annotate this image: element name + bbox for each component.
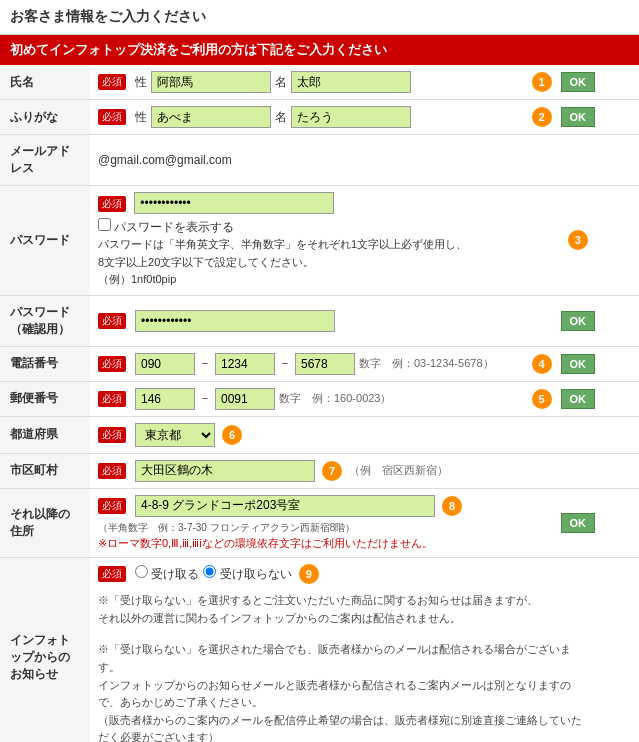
newsletter-required: 必須 xyxy=(98,566,126,582)
email-label: メールアドレス xyxy=(0,135,90,186)
name-ok-button[interactable]: OK xyxy=(561,72,596,92)
name-mei-input[interactable] xyxy=(291,71,411,93)
password-confirm-required: 必須 xyxy=(98,313,126,329)
password-label: パスワード xyxy=(0,186,90,296)
address-ok-button[interactable]: OK xyxy=(561,513,596,533)
newsletter-note4: インフォトップからのお知らせメールと販売者様から配信されるご案内メールは別となり… xyxy=(98,679,571,709)
address-note1: （半角数字 例：3-7-30 フロンティアクラン西新宿8階） xyxy=(98,522,355,533)
step-4: 4 xyxy=(532,354,552,374)
name-label: 氏名 xyxy=(0,65,90,100)
name-sei-label: 性 xyxy=(135,74,147,91)
step-3: 3 xyxy=(568,230,588,250)
email-value: @gmail.com@gmail.com xyxy=(98,153,232,167)
furigana-required: 必須 xyxy=(98,109,126,125)
newsletter-opt1-radio[interactable] xyxy=(135,565,148,578)
postal-hint: 数字 例：160-0023） xyxy=(279,391,392,406)
show-password-label[interactable]: パスワードを表示する xyxy=(98,220,234,234)
step-7: 7 xyxy=(322,461,342,481)
newsletter-opt2-label[interactable]: 受け取らない xyxy=(203,565,291,583)
phone-part3-input[interactable] xyxy=(295,353,355,375)
newsletter-note2: それ以外の運営に関わるインフォトップからのご案内は配信されません。 xyxy=(98,612,461,624)
step-5: 5 xyxy=(532,389,552,409)
section-header: 初めてインフォトップ決済をご利用の方は下記をご入力ください xyxy=(0,35,639,65)
name-sei-input[interactable] xyxy=(151,71,271,93)
furigana-mei-label: 名 xyxy=(275,109,287,126)
phone-part1-input[interactable] xyxy=(135,353,195,375)
postal-ok-button[interactable]: OK xyxy=(561,389,596,409)
furigana-sei-input[interactable] xyxy=(151,106,271,128)
furigana-label: ふりがな xyxy=(0,100,90,135)
newsletter-note1: ※「受け取らない」を選択するとご注文いただいた商品に関するお知らせは届きますが、 xyxy=(98,594,538,606)
prefecture-required: 必須 xyxy=(98,427,126,443)
postal-label: 郵便番号 xyxy=(0,381,90,416)
step-2: 2 xyxy=(532,107,552,127)
password-confirm-label: パスワード（確認用） xyxy=(0,295,90,346)
phone-required: 必須 xyxy=(98,356,126,372)
furigana-ok-button[interactable]: OK xyxy=(561,107,596,127)
show-password-checkbox[interactable] xyxy=(98,218,111,231)
address-required: 必須 xyxy=(98,498,126,514)
prefecture-label: 都道府県 xyxy=(0,416,90,453)
page-header: お客さま情報をご入力ください xyxy=(0,0,639,35)
city-label: 市区町村 xyxy=(0,453,90,488)
step-6: 6 xyxy=(222,425,242,445)
furigana-sei-label: 性 xyxy=(135,109,147,126)
city-hint: （例 宿区西新宿） xyxy=(349,463,448,478)
prefecture-select[interactable]: 東京都 北海道 大阪府 愛知県 神奈川県 xyxy=(135,423,215,447)
step-1: 1 xyxy=(532,72,552,92)
newsletter-label: インフォトップからのお知らせ xyxy=(0,558,90,742)
newsletter-opt1-label[interactable]: 受け取る xyxy=(135,565,199,583)
password-confirm-input[interactable] xyxy=(135,310,335,332)
name-required: 必須 xyxy=(98,74,126,90)
newsletter-opt2-radio[interactable] xyxy=(203,565,216,578)
password-note2: 8文字以上20文字以下で設定してください。 xyxy=(98,256,314,268)
phone-part2-input[interactable] xyxy=(215,353,275,375)
password-confirm-ok-button[interactable]: OK xyxy=(561,311,596,331)
city-input[interactable] xyxy=(135,460,315,482)
password-input[interactable] xyxy=(134,192,334,214)
address-input[interactable] xyxy=(135,495,435,517)
newsletter-note3: ※「受け取らない」を選択された場合でも、販売者様からのメールは配信される場合がご… xyxy=(98,643,571,673)
password-note1: パスワードは「半角英文字、半角数字」をそれぞれ1文字以上必ず使用し、 xyxy=(98,238,467,250)
password-note3: （例）1nf0t0pip xyxy=(98,273,176,285)
phone-hint: 数字 例：03-1234-5678） xyxy=(359,356,494,371)
phone-ok-button[interactable]: OK xyxy=(561,354,596,374)
postal-required: 必須 xyxy=(98,391,126,407)
address-label: それ以降の住所 xyxy=(0,488,90,558)
address-note2: ※ローマ数字0,Ⅲ,ⅲ,ⅲiなどの環境依存文字はご利用いただけません。 xyxy=(98,537,433,549)
city-required: 必須 xyxy=(98,463,126,479)
name-mei-label: 名 xyxy=(275,74,287,91)
newsletter-note5: （販売者様からのご案内のメールを配信停止希望の場合は、販売者様宛に別途直接ご連絡… xyxy=(98,714,582,742)
step-9: 9 xyxy=(299,564,319,584)
password-required: 必須 xyxy=(98,196,126,212)
postal-part1-input[interactable] xyxy=(135,388,195,410)
step-8: 8 xyxy=(442,496,462,516)
phone-label: 電話番号 xyxy=(0,346,90,381)
furigana-mei-input[interactable] xyxy=(291,106,411,128)
postal-part2-input[interactable] xyxy=(215,388,275,410)
